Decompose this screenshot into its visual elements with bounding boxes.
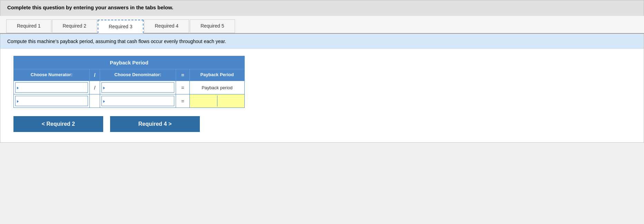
instruction-bar: Compute this machine’s payback period, a… [0,34,644,49]
header-instruction: Complete this question by entering your … [7,4,637,10]
th-equals: = [176,69,190,81]
data-row-2: = [14,94,244,108]
navigation-row: < Required 2 Required 4 > [13,116,637,132]
result-yellow-box-2 [217,95,245,106]
slash-cell-1: / [90,81,100,94]
numerator-select-2[interactable] [15,96,88,106]
numerator-dropdown-2[interactable] [15,96,88,106]
denominator-select-2[interactable] [101,96,174,106]
th-slash: / [90,69,100,81]
content-area: Payback Period Choose Numerator: / Choos… [0,49,644,143]
data-row-1: / = Payback period [14,81,244,94]
equals-cell-2: = [176,94,190,108]
prev-button[interactable]: < Required 2 [13,116,103,132]
th-result: Payback Period [190,69,244,81]
th-denominator: Choose Denominator: [100,69,176,81]
denominator-dropdown-1[interactable] [101,82,174,93]
th-numerator: Choose Numerator: [14,69,90,81]
result-cell-2 [190,94,244,108]
tab-required-2[interactable]: Required 2 [52,19,97,33]
tab-required-4[interactable]: Required 4 [144,19,189,33]
slash-cell-2 [90,94,100,108]
table-header-row: Choose Numerator: / Choose Denominator: … [14,69,244,81]
denominator-dropdown-2[interactable] [101,96,174,106]
page-container: Complete this question by entering your … [0,0,644,224]
tabs-row: Required 1 Required 2 Required 3 Require… [0,16,644,34]
next-button[interactable]: Required 4 > [110,116,200,132]
denominator-cell-1 [100,81,176,94]
numerator-dropdown-1[interactable] [15,82,88,93]
tab-required-5[interactable]: Required 5 [190,19,235,33]
numerator-cell-2 [14,94,90,108]
result-cell-1: Payback period [190,81,244,94]
denominator-cell-2 [100,94,176,108]
numerator-select-1[interactable] [15,82,88,93]
payback-table: Payback Period Choose Numerator: / Choos… [13,56,245,108]
numerator-cell-1 [14,81,90,94]
tab-required-1[interactable]: Required 1 [6,19,51,33]
header-bar: Complete this question by entering your … [0,0,644,16]
denominator-select-1[interactable] [101,82,174,93]
result-yellow-box-1 [190,95,217,106]
table-title: Payback Period [14,56,244,69]
tab-required-3[interactable]: Required 3 [98,20,144,33]
equals-cell-1: = [176,81,190,94]
instruction-text: Compute this machine’s payback period, a… [7,39,226,44]
